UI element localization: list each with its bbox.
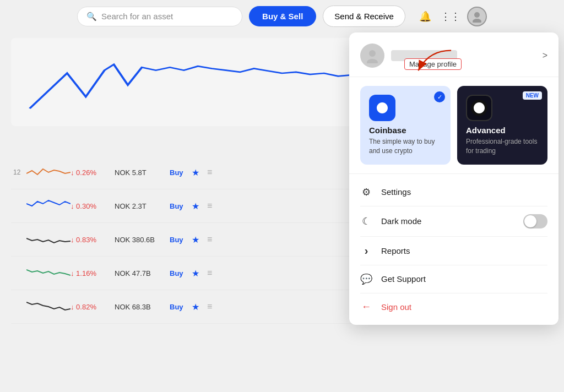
- asset-change: ↓ 0.30%: [70, 202, 115, 210]
- reports-menu-item[interactable]: › Reports: [349, 237, 558, 265]
- sign-out-label: Sign out: [381, 302, 547, 312]
- asset-mktcap: NOK 47.7B: [115, 269, 170, 277]
- main-content: Watchlist ▼ See all 12 ↓ 0.26% NOK 5.8T …: [0, 32, 564, 329]
- bell-icon[interactable]: 🔔: [416, 8, 434, 25]
- menu-icon[interactable]: ≡: [207, 302, 220, 312]
- sparkline-icon: [26, 162, 70, 182]
- menu-icon[interactable]: ≡: [207, 167, 220, 177]
- coinbase-logo-icon: [373, 99, 391, 117]
- settings-menu-item[interactable]: ⚙ Settings: [349, 178, 558, 206]
- search-placeholder: Search for an asset: [101, 12, 173, 21]
- settings-label: Settings: [381, 187, 547, 197]
- moon-icon: ☾: [360, 215, 372, 227]
- reports-label: Reports: [381, 246, 547, 255]
- support-label: Get Support: [381, 274, 547, 284]
- new-badge: NEW: [523, 91, 542, 100]
- buy-button[interactable]: Buy: [170, 236, 192, 244]
- asset-change: ↓ 0.82%: [70, 303, 115, 311]
- svg-point-3: [367, 59, 378, 63]
- support-icon: 💬: [360, 273, 372, 285]
- profile-avatar: [360, 43, 384, 68]
- buy-sell-button[interactable]: Buy & Sell: [249, 6, 316, 26]
- star-icon[interactable]: ★: [192, 167, 207, 178]
- profile-avatar-button[interactable]: [467, 7, 487, 26]
- menu-icon[interactable]: ≡: [207, 268, 220, 278]
- settings-icon: ⚙: [360, 186, 372, 198]
- advanced-icon: [466, 95, 492, 121]
- asset-change: ↓ 0.83%: [70, 236, 115, 244]
- sign-out-menu-item[interactable]: ← Sign out: [349, 293, 558, 320]
- profile-section: > Manage profile: [349, 32, 558, 77]
- coinbase-app-name: Coinbase: [369, 126, 442, 135]
- avatar-silhouette-icon: [365, 48, 380, 63]
- advanced-app-name: Advanced: [466, 126, 539, 135]
- app-switcher: ✓ Coinbase The simple way to buy and use…: [349, 77, 558, 174]
- topnav: 🔍 Search for an asset Buy & Sell Send & …: [0, 0, 564, 32]
- sparkline-icon: [26, 196, 70, 216]
- grid-icon[interactable]: ⋮⋮: [442, 8, 459, 25]
- buy-button[interactable]: Buy: [170, 303, 192, 311]
- asset-mktcap: NOK 380.6B: [115, 236, 170, 244]
- sparkline-icon: [26, 297, 70, 317]
- asset-change: ↓ 0.26%: [70, 168, 115, 177]
- manage-profile-label[interactable]: Manage profile: [404, 58, 462, 70]
- advanced-app-desc: Professional-grade tools for trading: [466, 137, 539, 156]
- dark-mode-label: Dark mode: [381, 216, 514, 226]
- search-bar[interactable]: 🔍 Search for an asset: [77, 7, 242, 26]
- coinbase-icon: [369, 95, 395, 121]
- star-icon[interactable]: ★: [192, 268, 207, 279]
- asset-mktcap: NOK 68.3B: [115, 303, 170, 311]
- advanced-logo-icon: [470, 99, 488, 117]
- send-receive-button[interactable]: Send & Receive: [323, 6, 405, 27]
- buy-button[interactable]: Buy: [170, 168, 192, 177]
- profile-chevron-right-icon[interactable]: >: [543, 51, 547, 61]
- dropdown-panel: > Manage profile: [349, 32, 558, 325]
- coinbase-app-card[interactable]: ✓ Coinbase The simple way to buy and use…: [360, 86, 451, 165]
- dark-mode-toggle[interactable]: [523, 214, 547, 228]
- reports-chevron-icon: ›: [360, 244, 372, 257]
- asset-mktcap: NOK 5.8T: [115, 168, 170, 177]
- nav-icons: 🔔 ⋮⋮: [416, 7, 487, 26]
- asset-number: 12: [13, 168, 26, 176]
- menu-icon[interactable]: ≡: [207, 201, 220, 211]
- active-check-icon: ✓: [434, 91, 445, 102]
- buy-button[interactable]: Buy: [170, 202, 192, 210]
- support-menu-item[interactable]: 💬 Get Support: [349, 265, 558, 293]
- star-icon[interactable]: ★: [192, 302, 207, 312]
- svg-point-2: [369, 50, 376, 57]
- star-icon[interactable]: ★: [192, 235, 207, 245]
- menu-icon[interactable]: ≡: [207, 235, 220, 244]
- sparkline-icon: [26, 230, 70, 249]
- svg-point-1: [473, 19, 481, 23]
- sparkline-icon: [26, 263, 70, 283]
- menu-items: ⚙ Settings ☾ Dark mode › Reports 💬 Get S…: [349, 174, 558, 325]
- search-icon: 🔍: [86, 12, 97, 21]
- advanced-app-card[interactable]: NEW Advanced Professional-grade tools fo…: [457, 86, 547, 165]
- star-icon[interactable]: ★: [192, 201, 207, 211]
- sign-out-icon: ←: [360, 301, 372, 313]
- asset-mktcap: NOK 2.3T: [115, 202, 170, 210]
- svg-point-0: [474, 12, 480, 18]
- user-silhouette-icon: [471, 10, 483, 23]
- coinbase-app-desc: The simple way to buy and use crypto: [369, 137, 442, 156]
- asset-change: ↓ 1.16%: [70, 269, 115, 277]
- dark-mode-menu-item[interactable]: ☾ Dark mode: [349, 206, 558, 236]
- buy-button[interactable]: Buy: [170, 269, 192, 277]
